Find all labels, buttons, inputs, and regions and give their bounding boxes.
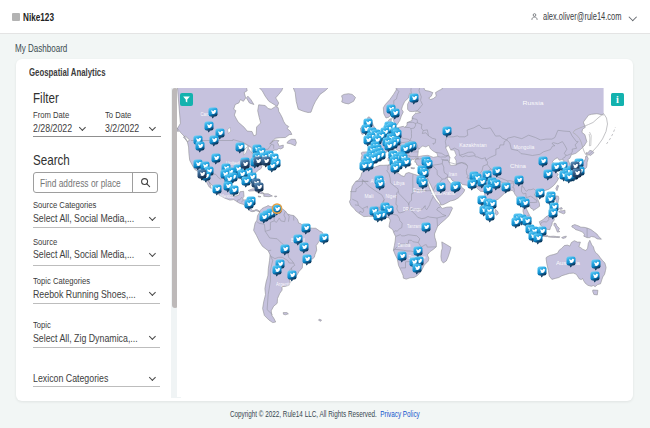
svg-text:Libya: Libya [394, 179, 405, 186]
svg-text:Tanzania: Tanzania [407, 222, 423, 229]
svg-text:DR Congo: DR Congo [403, 205, 421, 212]
svg-text:Mali: Mali [365, 192, 374, 199]
svg-text:Iran: Iran [449, 170, 457, 177]
svg-text:Kazakhstan: Kazakhstan [459, 141, 487, 148]
svg-text:Russia: Russia [523, 99, 545, 106]
svg-text:Mongolia: Mongolia [514, 143, 535, 150]
svg-text:Zambia: Zambia [398, 241, 411, 248]
svg-text:Niger: Niger [386, 192, 397, 199]
svg-text:China: China [510, 162, 527, 169]
